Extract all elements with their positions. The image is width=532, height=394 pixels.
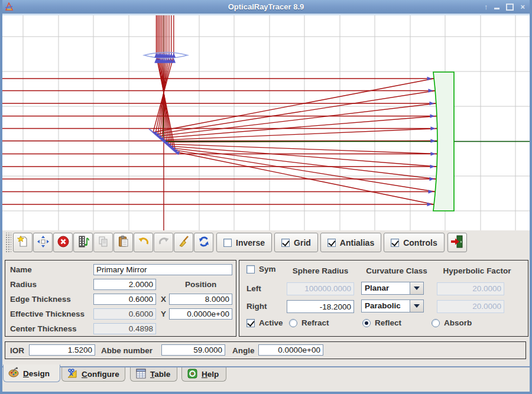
center-thickness-value: 0.4898: [93, 323, 156, 334]
curvature-class-header: Curvature Class: [358, 265, 436, 276]
toolbar-grip[interactable]: [5, 233, 11, 252]
effective-thickness-label: Effective Thickness: [10, 308, 85, 320]
active-toggle[interactable]: Active: [246, 318, 283, 327]
close-button[interactable]: ×: [520, 0, 525, 14]
right-curvature-select[interactable]: Parabolic: [361, 299, 424, 312]
maximize-button[interactable]: [506, 4, 514, 11]
tab-help-label: Help: [202, 370, 219, 379]
tab-help[interactable]: Help: [181, 367, 226, 382]
refract-radio[interactable]: [289, 319, 297, 327]
chevron-down-icon[interactable]: [410, 282, 423, 294]
absorb-label: Absorb: [444, 318, 472, 327]
reflect-option[interactable]: Reflect: [362, 318, 401, 327]
redo-button[interactable]: [154, 233, 173, 252]
fit-view-button[interactable]: [33, 233, 53, 252]
reflect-radio[interactable]: [362, 319, 371, 327]
copy-button[interactable]: [93, 233, 113, 252]
paste-button[interactable]: [113, 233, 133, 252]
new-document-icon: [17, 235, 30, 250]
canvas-top-strip: [2, 14, 530, 15]
abbe-input[interactable]: [161, 344, 225, 356]
ior-input[interactable]: [29, 344, 95, 356]
hyperbolic-factor-header: Hyperbolic Factor: [430, 265, 524, 276]
ray-canvas[interactable]: [2, 14, 530, 230]
refresh-button[interactable]: [194, 233, 213, 252]
animation-button[interactable]: [73, 233, 93, 252]
shade-button[interactable]: ↑: [484, 0, 488, 14]
angle-input[interactable]: [258, 344, 323, 356]
toggle-inverse[interactable]: Inverse: [216, 233, 272, 252]
tab-table-label: Table: [150, 370, 170, 379]
refract-option[interactable]: Refract: [289, 318, 329, 327]
controls-label: Controls: [403, 238, 437, 248]
new-lens-button[interactable]: [13, 233, 33, 252]
sym-checkbox[interactable]: [246, 265, 255, 273]
tab-configure[interactable]: Configure: [61, 367, 125, 382]
undo-button[interactable]: [134, 233, 153, 252]
clean-button[interactable]: [174, 233, 193, 252]
controls-checkbox[interactable]: [391, 239, 399, 247]
curvature-box: Sym Sphere Radius Curvature Class Hyperb…: [239, 260, 528, 337]
y-label: Y: [161, 308, 166, 320]
grid-checkbox[interactable]: [281, 239, 290, 247]
position-label: Position: [169, 279, 232, 290]
sym-label: Sym: [259, 265, 276, 273]
tab-configure-label: Configure: [82, 370, 119, 379]
toggle-grid[interactable]: Grid: [274, 233, 318, 252]
right-hyperbolic-factor: 20.0000: [437, 300, 504, 313]
minimize-button[interactable]: [494, 8, 499, 9]
chevron-down-icon[interactable]: [410, 300, 423, 312]
table-icon: [135, 368, 147, 381]
film-note-icon: [77, 235, 90, 250]
name-label: Name: [10, 264, 32, 275]
left-curvature-select[interactable]: Planar: [361, 282, 424, 295]
exit-door-icon: [450, 235, 464, 251]
edge-thickness-input[interactable]: [93, 294, 156, 305]
reflect-label: Reflect: [375, 318, 401, 327]
tab-design[interactable]: Design: [3, 364, 60, 382]
edge-thickness-label: Edge Thickness: [10, 294, 71, 305]
title-bar[interactable]: OpticalRayTracer 8.9 ↑ ×: [2, 0, 530, 14]
inverse-checkbox[interactable]: [223, 239, 232, 247]
radius-label: Radius: [10, 279, 37, 290]
effective-thickness-value: 0.6000: [93, 308, 156, 320]
left-sphere-radius: 100000.0000: [287, 282, 354, 295]
toggle-controls[interactable]: Controls: [384, 233, 445, 252]
inverse-label: Inverse: [236, 238, 265, 248]
toggle-antialias[interactable]: Antialias: [320, 233, 381, 252]
move-arrows-icon: [37, 235, 50, 250]
left-curvature-value: Planar: [362, 282, 410, 294]
tab-design-label: Design: [23, 369, 50, 378]
brush-icon: [177, 235, 190, 250]
refresh-arrows-icon: [197, 235, 210, 250]
center-thickness-label: Center Thickness: [10, 323, 77, 334]
copy-pages-icon: [97, 235, 110, 250]
absorb-option[interactable]: Absorb: [432, 318, 472, 327]
active-label: Active: [259, 318, 283, 327]
antialias-checkbox[interactable]: [327, 239, 336, 247]
undo-arrow-icon: [137, 235, 150, 250]
tab-table[interactable]: Table: [130, 367, 177, 382]
lens-properties-box: Name Radius Position Edge Thickness X Ef…: [5, 260, 236, 337]
radius-input[interactable]: [93, 279, 156, 290]
y-position-input[interactable]: [169, 308, 232, 320]
app-window: OpticalRayTracer 8.9 ↑ ×: [0, 0, 532, 394]
left-row-label: Left: [246, 283, 261, 294]
absorb-radio[interactable]: [432, 319, 440, 327]
active-checkbox[interactable]: [246, 319, 255, 327]
ray-diagram: [2, 14, 530, 230]
delete-button[interactable]: [53, 233, 73, 252]
angle-label: Angle: [232, 345, 255, 356]
sphere-radius-header: Sphere Radius: [287, 265, 354, 276]
grid-label: Grid: [294, 238, 311, 248]
name-input[interactable]: [93, 264, 232, 275]
refract-label: Refract: [301, 318, 329, 327]
right-sphere-radius-input[interactable]: [287, 300, 354, 313]
quit-button[interactable]: [447, 233, 467, 252]
abbe-label: Abbe number: [101, 345, 153, 356]
x-label: X: [161, 294, 166, 305]
x-position-input[interactable]: [169, 294, 232, 305]
window-title: OpticalRayTracer 8.9: [2, 2, 530, 11]
right-row-label: Right: [246, 301, 267, 312]
sym-toggle[interactable]: Sym: [246, 265, 276, 273]
